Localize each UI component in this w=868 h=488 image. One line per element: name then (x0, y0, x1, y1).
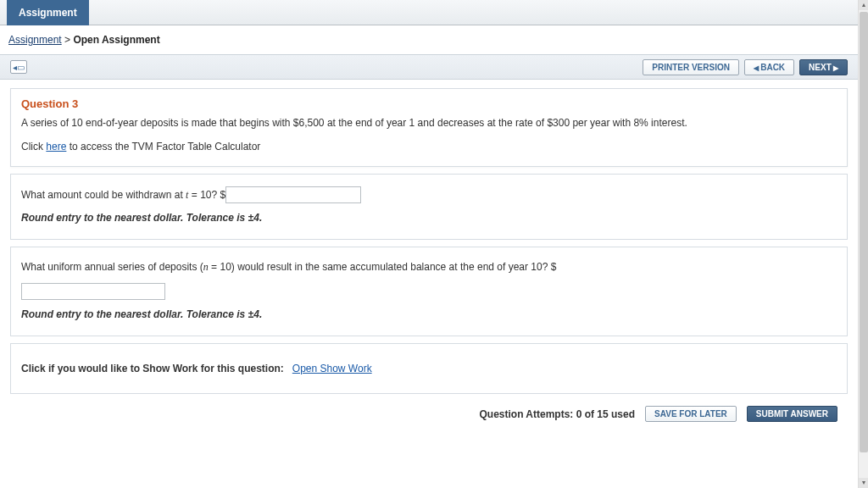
arrow-left-box-icon: ◂▭ (13, 63, 25, 72)
vertical-scrollbar[interactable]: ▴ ▾ (858, 0, 868, 488)
open-show-work-link[interactable]: Open Show Work (292, 363, 372, 374)
click-suffix: to access the TVM Factor Table Calculato… (66, 141, 260, 152)
part1-answer-input[interactable] (225, 186, 361, 203)
breadcrumb-current: Open Assignment (73, 34, 159, 46)
show-work-label: Click if you would like to Show Work for… (21, 363, 284, 374)
submit-answer-button[interactable]: SUBMIT ANSWER (747, 406, 837, 422)
collapse-button[interactable]: ◂▭ (10, 60, 27, 74)
part2-prompt-pre: What uniform annual series of deposits ( (21, 261, 203, 273)
part1-note: Round entry to the nearest dollar. Toler… (21, 212, 837, 224)
triangle-right-icon: ▶ (832, 64, 838, 71)
part2-answer-input[interactable] (21, 283, 165, 300)
scroll-down-arrow-icon[interactable]: ▾ (859, 478, 868, 488)
back-button[interactable]: ◀ BACK (744, 59, 794, 75)
breadcrumb-sep: > (64, 34, 73, 46)
attempts-text: Question Attempts: 0 of 15 used (479, 408, 635, 420)
back-button-label: BACK (760, 63, 785, 72)
tab-assignment[interactable]: Assignment (7, 0, 89, 25)
footer-row: Question Attempts: 0 of 15 used SAVE FOR… (10, 401, 848, 422)
part1-prompt-post: = 10? $ (188, 189, 225, 201)
part-2-card: What uniform annual series of deposits (… (10, 247, 848, 336)
breadcrumb: Assignment > Open Assignment (0, 25, 858, 54)
part-1-card: What amount could be withdrawn at t = 10… (10, 174, 848, 240)
part2-note: Round entry to the nearest dollar. Toler… (21, 308, 837, 320)
next-button-label: NEXT (809, 63, 832, 72)
question-header-card: Question 3 A series of 10 end-of-year de… (10, 88, 848, 167)
scroll-up-arrow-icon[interactable]: ▴ (859, 0, 868, 10)
action-toolbar: ◂▭ PRINTER VERSION ◀ BACK NEXT ▶ (0, 54, 858, 80)
part1-prompt-pre: What amount could be withdrawn at (21, 189, 186, 201)
printer-version-button[interactable]: PRINTER VERSION (643, 59, 739, 75)
top-tab-bar: Assignment (0, 0, 858, 25)
tvm-calculator-link[interactable]: here (46, 141, 66, 152)
click-prefix: Click (21, 141, 46, 152)
question-title: Question 3 (21, 97, 837, 110)
triangle-left-icon: ◀ (754, 64, 760, 71)
show-work-card: Click if you would like to Show Work for… (10, 343, 848, 394)
scrollbar-thumb[interactable] (860, 12, 868, 452)
next-button[interactable]: NEXT ▶ (799, 59, 848, 75)
save-for-later-button[interactable]: SAVE FOR LATER (645, 406, 737, 422)
part2-prompt-mid: = 10) would result in the same accumulat… (209, 261, 557, 273)
question-body: A series of 10 end-of-year deposits is m… (21, 115, 837, 130)
breadcrumb-link-assignment[interactable]: Assignment (8, 34, 62, 46)
